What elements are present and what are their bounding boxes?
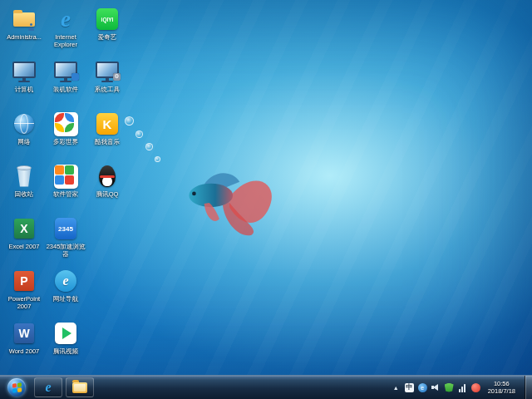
- icon-label: Excel 2007: [8, 243, 39, 250]
- windows7-desktop: Administra... e Internet Explorer iQIYI …: [0, 0, 532, 399]
- bubble: [135, 131, 143, 138]
- desktop-icon-administrator[interactable]: Administra...: [3, 7, 45, 59]
- desktop-icon-system-tools[interactable]: ⚙ 系统工具: [86, 59, 128, 111]
- icon-label: 网址导航: [53, 295, 78, 303]
- desktop-icon-excel-2007[interactable]: X Excel 2007: [3, 216, 45, 268]
- desktop-icon-recycle-bin[interactable]: 回收站: [3, 164, 45, 216]
- powerpoint-icon: P: [12, 268, 37, 293]
- excel-icon: X: [12, 216, 37, 241]
- icon-label: Administra...: [7, 33, 42, 41]
- word-icon: W: [12, 321, 37, 346]
- setup-software-icon: [53, 59, 78, 84]
- user-folder-icon: [12, 7, 37, 32]
- desktop-icon-colorful-world[interactable]: 多彩世界: [45, 111, 86, 164]
- 2345-browser-icon: 2345: [53, 216, 78, 241]
- empty-grid-cell: [86, 321, 128, 373]
- empty-grid-cell: [86, 268, 128, 321]
- desktop-icon-2345-browser[interactable]: 2345 2345加速浏览器: [45, 216, 86, 268]
- bubble: [155, 156, 160, 162]
- network-status-icon[interactable]: [458, 383, 467, 392]
- icon-label: 软件管家: [53, 190, 78, 198]
- desktop-icon-site-navigation[interactable]: e 网址导航: [45, 268, 86, 321]
- software-manager-icon: [53, 164, 78, 189]
- desktop-icon-software-manager[interactable]: 软件管家: [45, 164, 86, 216]
- icon-label: 爱奇艺: [98, 33, 117, 41]
- desktop-icon-powerpoint-2007[interactable]: P PowerPoint 2007: [3, 268, 45, 321]
- system-tray: ▲ 中 e 10:56 2018/7/18: [392, 376, 532, 399]
- volume-icon[interactable]: [431, 383, 441, 392]
- betta-fish-image: [170, 156, 280, 241]
- desktop-icon-network[interactable]: 网络: [3, 111, 45, 164]
- icon-label: 多彩世界: [53, 138, 78, 145]
- icon-label: 系统工具: [95, 86, 120, 93]
- desktop-icon-word-2007[interactable]: W Word 2007: [3, 321, 45, 373]
- network-globe-icon: [12, 111, 37, 136]
- desktop-icon-tencent-video[interactable]: 腾讯视频: [45, 321, 86, 373]
- desktop-icon-kuwo-music[interactable]: K 酷我音乐: [86, 111, 128, 164]
- icon-label: 酷我音乐: [95, 138, 120, 145]
- site-navigation-icon: e: [53, 268, 78, 293]
- recycle-bin-icon: [12, 164, 37, 189]
- icon-label: 腾讯视频: [53, 347, 78, 355]
- security-shield-icon[interactable]: [445, 383, 454, 392]
- bubble: [145, 143, 153, 150]
- taskbar-explorer-button[interactable]: [66, 377, 94, 397]
- qq-penguin-icon: [95, 164, 120, 189]
- clock-date: 2018/7/18: [488, 387, 515, 395]
- desktop-icon-computer[interactable]: 计算机: [3, 59, 45, 111]
- iqiyi-icon: iQIYI: [95, 7, 120, 32]
- desktop-icon-internet-explorer[interactable]: e Internet Explorer: [45, 7, 86, 59]
- icon-label: 网络: [18, 138, 31, 145]
- folder-icon: [72, 382, 87, 393]
- taskbar-clock[interactable]: 10:56 2018/7/18: [488, 380, 515, 396]
- icon-label: Internet Explorer: [45, 33, 86, 48]
- icon-label: 装机软件: [53, 86, 78, 93]
- start-button[interactable]: [7, 378, 26, 397]
- action-center-icon[interactable]: [471, 383, 480, 392]
- kuwo-music-icon: K: [95, 111, 120, 136]
- computer-icon: [12, 59, 37, 84]
- icon-label: PowerPoint 2007: [3, 295, 45, 310]
- ime-language-icon[interactable]: 中: [405, 383, 414, 392]
- tencent-video-icon: [53, 321, 78, 346]
- system-tools-icon: ⚙: [95, 59, 120, 84]
- taskbar-internet-explorer-button[interactable]: e: [34, 377, 62, 397]
- empty-grid-cell: [86, 216, 128, 268]
- desktop-icon-setup-software[interactable]: 装机软件: [45, 59, 86, 111]
- desktop-icon-grid: Administra... e Internet Explorer iQIYI …: [3, 7, 128, 373]
- show-desktop-button[interactable]: [525, 376, 532, 399]
- desktop-icon-tencent-qq[interactable]: 腾讯QQ: [86, 164, 128, 216]
- taskbar: e ▲ 中 e 10:56 2018/7/18: [0, 375, 532, 399]
- icon-label: 回收站: [15, 190, 34, 198]
- clock-time: 10:56: [494, 380, 510, 387]
- icon-label: 2345加速浏览器: [45, 243, 86, 258]
- browser-tray-icon[interactable]: e: [418, 383, 427, 392]
- internet-explorer-icon: e: [45, 381, 51, 394]
- pinwheel-icon: [53, 111, 78, 136]
- show-hidden-icons-button[interactable]: ▲: [392, 383, 401, 392]
- windows-flag-icon: [12, 382, 21, 392]
- internet-explorer-icon: e: [53, 7, 78, 32]
- icon-label: Word 2007: [9, 347, 40, 355]
- icon-label: 计算机: [15, 86, 34, 93]
- icon-label: 腾讯QQ: [96, 190, 119, 198]
- desktop-icon-iqiyi[interactable]: iQIYI 爱奇艺: [86, 7, 128, 59]
